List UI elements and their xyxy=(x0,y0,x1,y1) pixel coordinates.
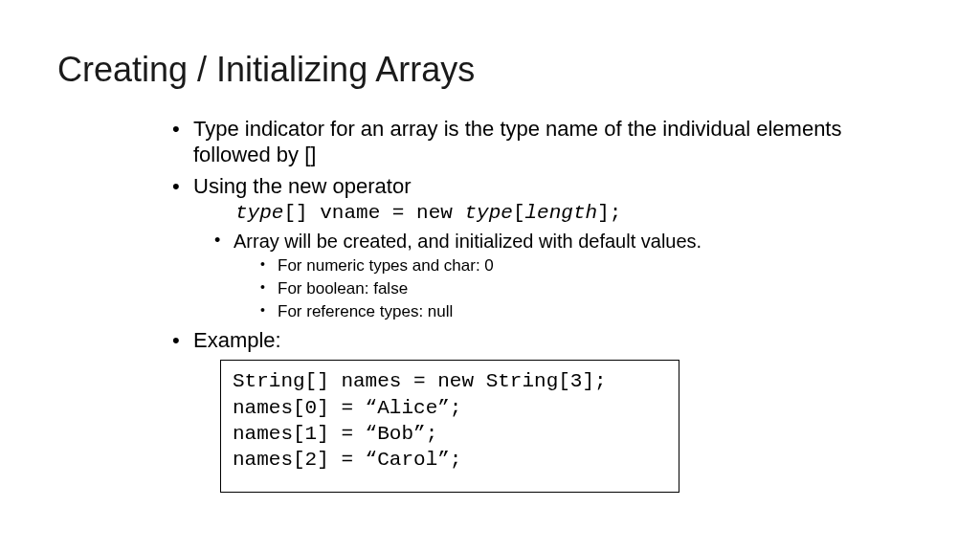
bullet-list: Type indicator for an array is the type … xyxy=(172,117,923,354)
code-token: ]; xyxy=(597,202,621,224)
slide-title: Creating / Initializing Arrays xyxy=(57,50,923,90)
bullet-item: Type indicator for an array is the type … xyxy=(172,117,923,168)
code-token: [ xyxy=(513,202,525,224)
code-token-italic: length xyxy=(525,202,598,224)
sub-sub-bullet-list: For numeric types and char: 0 For boolea… xyxy=(260,255,923,322)
bullet-text: For reference types: null xyxy=(278,302,453,320)
bullet-text: Array will be created, and initialized w… xyxy=(234,231,702,252)
code-token: vname xyxy=(320,202,380,224)
bullet-text: For numeric types and char: 0 xyxy=(278,256,494,275)
bullet-item: Example: xyxy=(172,328,923,354)
bullet-text: Example: xyxy=(193,328,281,352)
bullet-text: For boolean: false xyxy=(278,279,408,298)
bullet-item: Array will be created, and initialized w… xyxy=(214,230,923,322)
code-token: [] xyxy=(283,202,320,224)
bullet-item: For boolean: false xyxy=(260,278,923,299)
bullet-text: Type indicator for an array is the type … xyxy=(193,117,841,166)
code-example-box: String[] names = new String[3]; names[0]… xyxy=(220,360,679,493)
code-token-italic: type xyxy=(235,202,283,224)
bullet-text: Using the new operator xyxy=(193,174,411,198)
code-token-italic: type xyxy=(464,202,512,224)
bullet-item: For numeric types and char: 0 xyxy=(260,255,923,276)
code-syntax-line: type[] vname = new type[length]; xyxy=(235,201,923,226)
sub-bullet-list: Array will be created, and initialized w… xyxy=(214,230,923,322)
bullet-item: Using the new operator type[] vname = ne… xyxy=(172,174,923,323)
bullet-item: For reference types: null xyxy=(260,301,923,322)
code-token: = new xyxy=(380,202,464,224)
